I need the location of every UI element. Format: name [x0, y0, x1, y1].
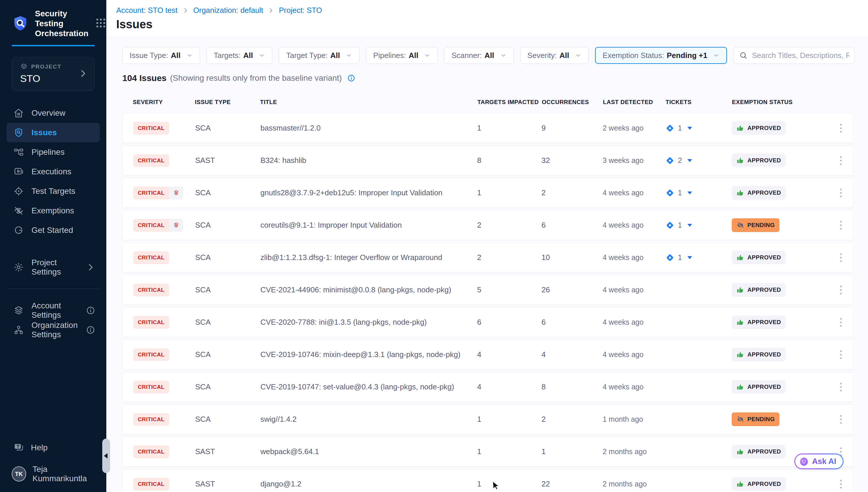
row-menu-kebab-icon[interactable]	[838, 186, 844, 200]
targets-impacted: 4	[477, 383, 542, 391]
row-menu-kebab-icon[interactable]	[838, 316, 844, 329]
sidebar-item-overview[interactable]: Overview	[0, 103, 106, 123]
issue-title[interactable]: B324: hashlib	[260, 156, 477, 165]
row-menu-kebab-icon[interactable]	[838, 122, 844, 135]
column-header-title[interactable]: TITLE	[260, 99, 477, 105]
search-icon	[739, 51, 748, 60]
issue-title[interactable]: swig//1.4.2	[260, 415, 477, 424]
column-header-exemption-status[interactable]: EXEMPTION STATUS	[732, 99, 832, 105]
search-input[interactable]	[752, 51, 849, 60]
sidebar-item-issues[interactable]: Issues	[6, 123, 100, 142]
sidebar-item-organization-settings[interactable]: Organization Settings	[0, 320, 106, 340]
column-header-severity[interactable]: SEVERITY	[133, 99, 195, 105]
table-row[interactable]: CRITICAL SAST webpack@5.64.1 1 1 2 month…	[122, 437, 853, 467]
issue-title[interactable]: zlib@1:1.2.13.dfsg-1: Integer Overflow o…	[260, 253, 477, 262]
breadcrumb-link-2[interactable]: Project: STO	[279, 6, 322, 15]
sidebar-collapse-button[interactable]	[102, 439, 110, 473]
issue-title[interactable]: bassmaster//1.2.0	[260, 124, 477, 132]
occurrences: 32	[542, 156, 603, 165]
user-profile[interactable]: TK Teja Kummarikuntla	[0, 457, 106, 492]
page-header: Account: STO test Organization: default …	[106, 0, 868, 37]
row-menu-kebab-icon[interactable]	[838, 380, 844, 394]
filter-exemption-status-[interactable]: Exemption Status: Pending +1	[595, 47, 727, 64]
table-row[interactable]: CRITICAL SCA CVE-2021-44906: minimist@0.…	[122, 275, 853, 305]
thumbs-up-icon	[736, 448, 744, 456]
issue-title[interactable]: CVE-2019-10747: set-value@0.4.3 (lang-pk…	[260, 383, 477, 391]
severity-badge: CRITICAL	[133, 219, 183, 232]
ticket-caret-down-icon[interactable]	[687, 224, 692, 227]
filter-severity-[interactable]: Severity: All	[520, 47, 589, 64]
column-header-tickets[interactable]: TICKETS	[665, 99, 732, 105]
filter-label: Issue Type:	[130, 51, 168, 60]
filter-target-type-[interactable]: Target Type: All	[279, 47, 360, 64]
column-header-issue-type[interactable]: ISSUE TYPE	[195, 99, 260, 105]
sidebar-item-exemptions[interactable]: Exemptions	[0, 201, 106, 220]
row-menu-kebab-icon[interactable]	[838, 251, 844, 264]
jira-icon	[665, 253, 675, 262]
table-row[interactable]: CRITICAL SCA CVE-2019-10746: mixin-deep@…	[122, 340, 853, 370]
row-menu-kebab-icon[interactable]	[838, 413, 844, 426]
sidebar-item-label: Organization Settings	[31, 321, 78, 339]
filter-scanner-[interactable]: Scanner: All	[444, 47, 514, 64]
get-started-icon	[14, 225, 24, 236]
filter-pipelines-[interactable]: Pipelines: All	[366, 47, 438, 64]
issue-title[interactable]: gnutls28@3.7.9-2+deb12u5: Improper Input…	[260, 188, 477, 197]
thumbs-up-icon	[736, 480, 744, 488]
sidebar-item-account-settings[interactable]: Account Settings	[0, 300, 106, 320]
info-icon[interactable]	[86, 306, 95, 315]
issue-title[interactable]: CVE-2021-44906: minimist@0.0.8 (lang-pkg…	[260, 285, 477, 294]
ticket-caret-down-icon[interactable]	[687, 256, 692, 259]
table-row[interactable]: CRITICAL SCA bassmaster//1.2.0 1 9 2 wee…	[122, 113, 853, 143]
table-row[interactable]: CRITICAL SAST B324: hashlib 8 32 3 weeks…	[122, 145, 853, 175]
row-menu-kebab-icon[interactable]	[838, 348, 844, 362]
ticket-caret-down-icon[interactable]	[687, 159, 692, 162]
targets-impacted: 4	[477, 350, 542, 359]
filter-label: Targets:	[214, 51, 241, 60]
sidebar-item-get-started[interactable]: Get Started	[0, 220, 106, 240]
row-menu-kebab-icon[interactable]	[838, 283, 844, 297]
info-icon[interactable]	[347, 74, 356, 82]
table-row[interactable]: CRITICAL SCA coreutils@9.1-1: Improper I…	[122, 210, 853, 240]
issue-title[interactable]: django@1.2	[260, 479, 477, 489]
filter-issue-type-[interactable]: Issue Type: All	[122, 47, 200, 64]
ticket-caret-down-icon[interactable]	[687, 127, 692, 130]
ask-ai-button[interactable]: Ask AI	[794, 453, 844, 469]
issue-title[interactable]: CVE-2019-10746: mixin-deep@1.3.1 (lang-p…	[260, 350, 477, 359]
sidebar-item-pipelines[interactable]: Pipelines	[0, 142, 106, 162]
issue-title[interactable]: coreutils@9.1-1: Improper Input Validati…	[260, 221, 477, 230]
info-icon[interactable]	[86, 325, 95, 335]
table-row[interactable]: CRITICAL SCA CVE-2020-7788: ini@1.3.5 (l…	[122, 307, 853, 337]
row-menu-kebab-icon[interactable]	[838, 219, 844, 232]
table-row[interactable]: CRITICAL SCA swig//1.4.2 1 2 1 month ago…	[122, 404, 853, 434]
project-selector[interactable]: PROJECT STO	[12, 57, 95, 91]
content: Issue Type: All Targets: All Target Type…	[106, 37, 868, 492]
row-menu-kebab-icon[interactable]	[838, 477, 844, 491]
table-row[interactable]: CRITICAL SAST django@1.2 1 22 2 months a…	[122, 469, 853, 492]
exemption-status-label: APPROVED	[747, 157, 781, 164]
eye-slash-solid-icon	[736, 221, 744, 229]
table-row[interactable]: CRITICAL SCA gnutls28@3.7.9-2+deb12u5: I…	[122, 178, 853, 208]
sidebar-item-project-settings[interactable]: Project Settings	[0, 257, 106, 277]
targets-impacted: 1	[477, 188, 542, 197]
filter-targets-[interactable]: Targets: All	[207, 47, 273, 64]
breadcrumb-link-0[interactable]: Account: STO test	[116, 6, 178, 15]
sidebar-item-help[interactable]: Help	[0, 438, 106, 457]
breadcrumb-link-1[interactable]: Organization: default	[193, 6, 263, 15]
app-switcher-grid-icon[interactable]	[95, 17, 107, 31]
exemption-status-label: APPROVED	[747, 287, 781, 293]
issue-title[interactable]: webpack@5.64.1	[260, 447, 477, 456]
table-row[interactable]: CRITICAL SCA CVE-2019-10747: set-value@0…	[122, 372, 853, 402]
column-header-occurrences[interactable]: OCCURRENCES	[542, 99, 603, 105]
targets-impacted: 1	[477, 447, 542, 456]
exemption-status-label: APPROVED	[747, 319, 781, 325]
table-row[interactable]: CRITICAL SCA zlib@1:1.2.13.dfsg-1: Integ…	[122, 243, 853, 272]
ticket-caret-down-icon[interactable]	[687, 192, 692, 194]
column-header-last-detected[interactable]: LAST DETECTED	[603, 99, 665, 105]
project-name: STO	[20, 73, 77, 84]
column-header-targets-impacted[interactable]: TARGETS IMPACTED	[477, 99, 542, 105]
sidebar-item-executions[interactable]: Executions	[0, 162, 106, 181]
severity-badge: CRITICAL	[133, 316, 169, 329]
row-menu-kebab-icon[interactable]	[838, 154, 844, 167]
issue-title[interactable]: CVE-2020-7788: ini@1.3.5 (lang-pkgs, nod…	[260, 318, 477, 327]
sidebar-item-test-targets[interactable]: Test Targets	[0, 181, 106, 201]
